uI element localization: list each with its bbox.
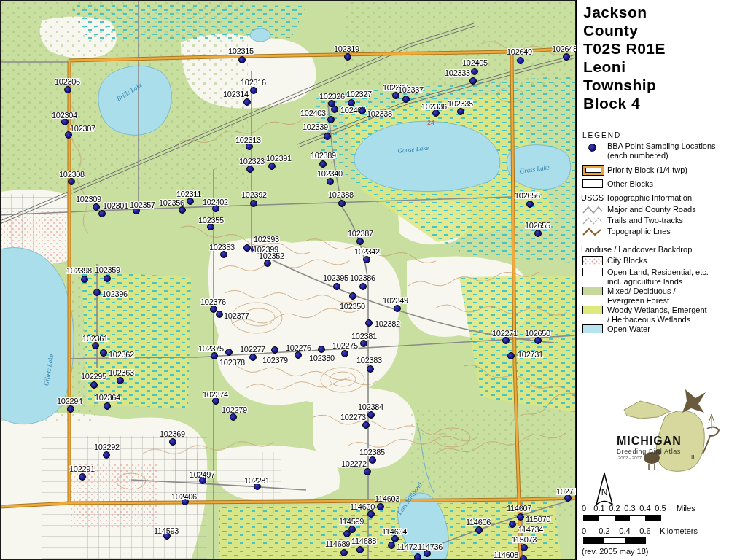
forest-swatch: [582, 287, 603, 295]
bba-point-label: 102342: [354, 247, 380, 256]
bba-point-dot: [81, 276, 88, 283]
bba-point-dot: [67, 405, 74, 413]
bba-point-label: 102378: [219, 358, 245, 367]
bba-point-dot: [250, 200, 257, 207]
bba-point-dot: [356, 238, 364, 245]
legend-label: incl. agriculture lands: [607, 277, 709, 287]
bba-point-label: 102281: [244, 476, 270, 485]
map-title: Jackson County T02S R01E Leoni Township …: [583, 3, 666, 112]
title-line: T02S R01E: [583, 39, 666, 58]
legend-item-wetlands: Woody Wetlands, Emergent / Herbaceous We…: [582, 306, 707, 324]
bba-point-label: 102655: [525, 221, 550, 230]
bba-point-label: 102393: [254, 235, 279, 244]
bba-point-dot: [360, 340, 367, 347]
scale-tick: 0.5: [655, 504, 666, 513]
revision-note: (rev. 2005 may 18): [582, 547, 649, 556]
legend-item-forest: Mixed/ Deciduous / Evergreen Forest: [582, 287, 676, 306]
bba-point-dot: [526, 201, 534, 208]
bba-point-dot: [103, 451, 110, 459]
bba-point-dot: [394, 305, 401, 312]
bba-point-dot: [517, 513, 524, 521]
bba-point-label: 114688: [351, 537, 376, 545]
bba-point-dot: [319, 160, 327, 168]
scale-tick: 0.4: [619, 526, 630, 535]
city-blocks-swatch: [582, 256, 603, 265]
scale-tick: 0.2: [609, 504, 620, 513]
bba-point-label: 115070: [526, 515, 550, 524]
bba-point-label: 102336: [421, 102, 447, 111]
scale-tick: 0.6: [639, 526, 650, 535]
bba-point-label: 102389: [311, 151, 336, 160]
legend-label: Woody Wetlands, Emergent: [607, 306, 707, 315]
bba-point-dot: [250, 87, 257, 94]
bba-point-label: 102311: [176, 190, 201, 198]
bba-point-dot: [295, 351, 302, 359]
title-line: Township: [583, 76, 666, 94]
bba-point-label: 102497: [190, 470, 215, 479]
legend-label: / Herbaceous Wetlands: [607, 315, 707, 324]
bba-point-label: 102398: [66, 266, 92, 275]
bba-point-label: 102391: [266, 154, 292, 163]
scale-tick: 0.2: [599, 526, 609, 535]
bba-point-label: 102304: [52, 111, 77, 120]
north-label: N: [601, 487, 608, 497]
trails-line-symbol: [582, 216, 603, 226]
bba-point-dot: [377, 503, 384, 510]
wetlands-swatch: [582, 306, 603, 314]
bba-point-label: 102396: [102, 289, 128, 298]
bba-point-dot: [271, 346, 278, 354]
bba-point-label: 114603: [375, 494, 399, 503]
map-points-layer: 1023061023041023071023081023091023011023…: [0, 0, 576, 560]
bba-point-dot: [318, 346, 325, 353]
bba-point-label: 114608: [494, 551, 518, 559]
bba-point-dot: [333, 283, 340, 290]
legend-label: Major and County Roads: [607, 205, 696, 214]
bba-point-dot: [93, 203, 100, 211]
bba-point-label: 102333: [445, 69, 470, 77]
bba-point-dot: [367, 510, 375, 518]
legend-label: City Blocks: [607, 256, 647, 265]
scale-tick: 0.4: [639, 504, 650, 513]
bba-point-dot: [331, 106, 338, 113]
bba-point-dot: [64, 86, 71, 93]
bba-point-label: 102369: [160, 429, 185, 438]
legend-label: Priority Block (1/4 twp): [607, 166, 687, 175]
legend-label: BBA Point Sampling Locations: [607, 141, 716, 151]
bba-point-dot: [179, 206, 186, 214]
logo-title: MICHIGAN: [617, 435, 682, 448]
bba-point-dot: [225, 349, 233, 356]
bba-point-label: 102732: [556, 487, 576, 496]
bba-point-dot: [388, 542, 395, 549]
bba-point-label: 102309: [76, 195, 101, 203]
bba-point-dot: [509, 521, 516, 528]
bba-point-label: 102403: [300, 109, 326, 117]
bba-point-label: 102355: [198, 216, 224, 225]
bba-point-label: 102374: [203, 390, 228, 399]
scale-unit: Kilometers: [660, 526, 698, 535]
miles-scale-bar: [583, 515, 661, 521]
bba-point-label: 102381: [351, 332, 377, 341]
legend-label: Other Blocks: [607, 179, 653, 189]
bba-point-label: 114736: [418, 542, 443, 551]
bba-point-label: 102350: [340, 302, 365, 311]
bba-point-label: 114599: [339, 517, 364, 526]
bba-point-dot: [475, 526, 483, 534]
bba-point-label: 102648: [552, 44, 576, 53]
title-line: Jackson: [583, 3, 666, 21]
title-line: County: [583, 21, 666, 39]
bba-point-dot: [507, 352, 515, 359]
scale-tick: 0.1: [593, 504, 604, 513]
legend-item-city-blocks: City Blocks: [582, 256, 647, 265]
bba-point-label: 102650: [525, 329, 550, 338]
bba-point-dot: [104, 402, 111, 410]
michigan-bba-logo: MICHIGAN Breeding Bird Atlas 2002 - 2007…: [604, 388, 726, 477]
bba-point-dot: [246, 166, 254, 173]
bba-point-dot: [327, 116, 335, 123]
bba-point-label: 115073: [512, 535, 537, 544]
bba-point-dot: [521, 544, 528, 551]
scale-tick: 0: [582, 504, 586, 513]
bba-point-dot: [367, 365, 374, 373]
open-water-swatch: [582, 324, 603, 333]
water-feature-label: Brills Lake: [115, 81, 144, 103]
bba-point-label: 102392: [241, 190, 267, 199]
